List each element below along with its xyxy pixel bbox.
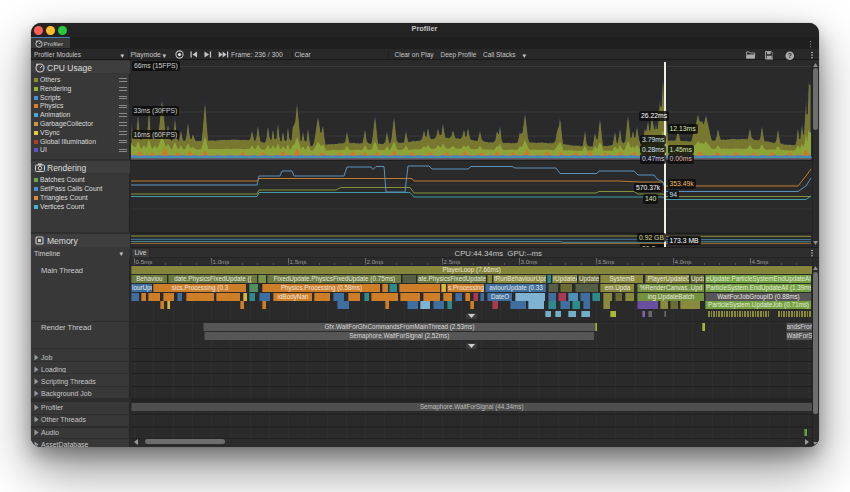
svg-text:?: ? bbox=[788, 52, 792, 59]
